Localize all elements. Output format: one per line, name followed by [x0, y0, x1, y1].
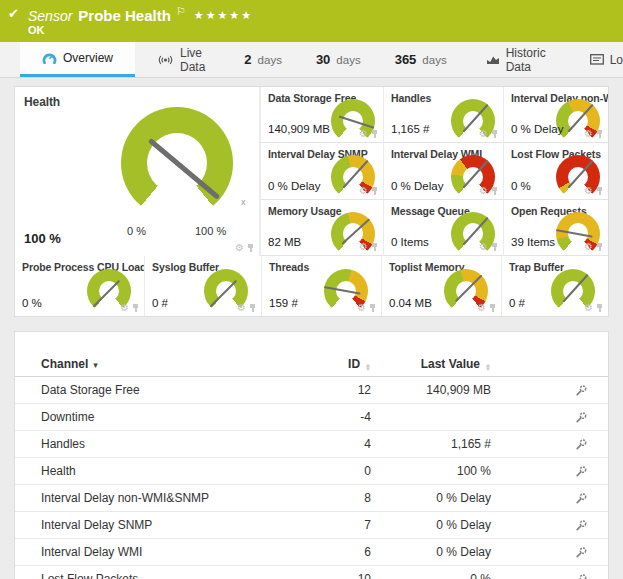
gauge-tile-icons: ⚙ [120, 303, 139, 313]
gauge-value: 0 % [511, 180, 531, 192]
gauge-tile[interactable]: Memory Usage82 MB⚙ [260, 200, 383, 256]
pin-icon[interactable] [369, 303, 376, 313]
gear-icon[interactable]: ⚙ [357, 303, 366, 313]
gear-icon[interactable]: ⚙ [479, 186, 488, 196]
gear-icon[interactable]: ⚙ [477, 303, 486, 313]
table-row[interactable]: Lost Flow Packets100 % [15, 566, 608, 579]
gear-icon[interactable]: ⚙ [359, 129, 368, 139]
gauge-max-label: 100 % [195, 225, 226, 237]
gauge-tile[interactable]: Interval Delay non-WMI&SNMP0 % Delay⚙ [503, 87, 608, 143]
gauge-tile[interactable]: Toplist Memory0.04 MB⚙ [381, 256, 501, 316]
tab-30-days[interactable]: 30 days [299, 42, 378, 77]
cell-actions [491, 572, 588, 579]
gear-icon[interactable]: ⚙ [584, 303, 593, 313]
table-row[interactable]: Interval Delay SNMP70 % Delay [15, 512, 608, 539]
cell-last-value: 0 % [371, 572, 491, 579]
gauge-tile[interactable]: Probe Process CPU Load0 %⚙ [15, 256, 144, 316]
column-header-id[interactable]: ID▲▼ [311, 357, 371, 372]
gauge-tile-icons: ⚙ [357, 303, 376, 313]
column-header-last-value[interactable]: Last Value▲▼ [371, 357, 491, 372]
cell-last-value: 0 % Delay [371, 491, 491, 505]
tab-2-days[interactable]: 2 days [227, 42, 299, 77]
channel-settings-icon[interactable] [574, 465, 588, 478]
pin-icon[interactable] [491, 242, 498, 252]
channel-settings-icon[interactable] [574, 384, 588, 397]
table-row[interactable]: Interval Delay non-WMI&SNMP80 % Delay [15, 485, 608, 512]
gauge-tile[interactable]: Trap Buffer0 #⚙ [501, 256, 608, 316]
pin-icon[interactable] [596, 186, 603, 196]
gauge-tile-icons: ⚙ [479, 242, 498, 252]
cell-id: 4 [311, 437, 371, 451]
gauge-tile[interactable]: Syslog Buffer0 #⚙ [144, 256, 261, 316]
gauge-value: 39 Items [511, 236, 555, 248]
table-row[interactable]: Interval Delay WMI60 % Delay [15, 539, 608, 566]
channel-settings-icon[interactable] [574, 573, 588, 579]
gauge-value: 0 # [509, 297, 525, 309]
pin-icon[interactable] [596, 129, 603, 139]
gear-icon[interactable]: ⚙ [120, 303, 129, 313]
pin-icon[interactable] [249, 303, 256, 313]
cell-id: 12 [311, 383, 371, 397]
gear-icon[interactable]: ⚙ [479, 129, 488, 139]
gauge-tile[interactable]: Message Queue0 Items⚙ [383, 200, 503, 256]
pin-icon[interactable] [491, 186, 498, 196]
channel-settings-icon[interactable] [574, 492, 588, 505]
channel-settings-icon[interactable] [574, 438, 588, 451]
pin-icon[interactable] [596, 242, 603, 252]
table-row[interactable]: Data Storage Free12140,909 MB [15, 377, 608, 404]
pin-icon[interactable] [491, 129, 498, 139]
tab-365-days[interactable]: 365 days [378, 42, 464, 77]
gauge-icon [42, 52, 57, 64]
tab-label: Live Data [180, 46, 205, 74]
gear-icon[interactable]: ⚙ [235, 243, 244, 253]
tab-label: Log [610, 53, 623, 67]
live-data-icon [157, 54, 174, 66]
channel-rows: Data Storage Free12140,909 MBDowntime-4H… [15, 377, 608, 579]
table-row[interactable]: Handles41,165 # [15, 431, 608, 458]
cell-last-value: 0 % Delay [371, 545, 491, 559]
gauge-tile[interactable]: Lost Flow Packets0 %⚙ [503, 143, 608, 199]
cell-id: 8 [311, 491, 371, 505]
tab-log[interactable]: Log [568, 42, 623, 77]
health-tile[interactable]: Health 0 % 100 % x 100 % ⚙ [15, 87, 260, 256]
tab-historic-data[interactable]: Historic Data [464, 42, 568, 77]
channel-settings-icon[interactable] [574, 546, 588, 559]
gear-icon[interactable]: ⚙ [479, 242, 488, 252]
tab-unit: days [258, 54, 282, 66]
gauge-tile[interactable]: Threads159 #⚙ [261, 256, 381, 316]
pin-icon[interactable] [247, 243, 254, 253]
tab-overview[interactable]: Overview [20, 42, 135, 77]
gauge-tile[interactable]: Interval Delay WMI0 % Delay⚙ [383, 143, 503, 199]
pin-icon[interactable] [596, 303, 603, 313]
gauge-tile[interactable]: Interval Delay SNMP0 % Delay⚙ [260, 143, 383, 199]
gauge-tile[interactable]: Open Requests39 Items⚙ [503, 200, 608, 256]
cell-actions [491, 491, 588, 505]
flag-icon[interactable]: ⚐ [176, 5, 186, 17]
gauge-tile-icons: ⚙ [584, 242, 603, 252]
cell-channel: Interval Delay non-WMI&SNMP [41, 491, 311, 505]
pin-icon[interactable] [489, 303, 496, 313]
channel-table-panel: Channel▾ ID▲▼ Last Value▲▼ Data Storage … [14, 331, 609, 579]
pin-icon[interactable] [371, 242, 378, 252]
gauge-tile-icons: ⚙ [584, 129, 603, 139]
table-row[interactable]: Downtime-4 [15, 404, 608, 431]
gauge-value: 0 % [22, 297, 42, 309]
gear-icon[interactable]: ⚙ [584, 129, 593, 139]
gear-icon[interactable]: ⚙ [237, 303, 246, 313]
gauge-tile[interactable]: Handles1,165 #⚙ [383, 87, 503, 143]
channel-settings-icon[interactable] [574, 519, 588, 532]
pin-icon[interactable] [371, 129, 378, 139]
gear-icon[interactable]: ⚙ [584, 186, 593, 196]
gear-icon[interactable]: ⚙ [584, 242, 593, 252]
tab-live-data[interactable]: Live Data [135, 42, 227, 77]
pin-icon[interactable] [371, 186, 378, 196]
pin-icon[interactable] [132, 303, 139, 313]
channel-settings-icon[interactable] [574, 411, 588, 424]
column-header-channel[interactable]: Channel▾ [41, 357, 311, 371]
priority-stars[interactable]: ★★★★★ [194, 9, 253, 21]
gear-icon[interactable]: ⚙ [359, 186, 368, 196]
table-row[interactable]: Health0100 % [15, 458, 608, 485]
gauge-tile[interactable]: Data Storage Free140,909 MB⚙ [260, 87, 383, 143]
gear-icon[interactable]: ⚙ [359, 242, 368, 252]
gauge-value: 0 % Delay [268, 180, 320, 192]
